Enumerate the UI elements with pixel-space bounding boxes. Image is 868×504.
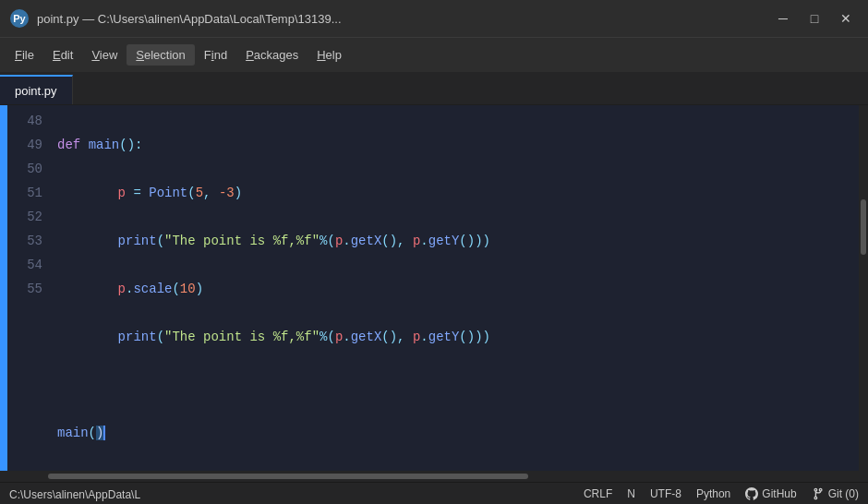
- svg-text:Py: Py: [13, 13, 26, 24]
- scrollbar-thumb-horizontal[interactable]: [48, 474, 528, 479]
- code-line-50: print("The point is %f,%f"%(p.getX(), p.…: [57, 229, 859, 253]
- line-number: 55: [7, 277, 42, 301]
- editor-area[interactable]: 48 49 50 51 52 53 54 55 def main(): p = …: [0, 105, 868, 471]
- menu-file[interactable]: File: [6, 44, 43, 66]
- code-line-49: p = Point(5, -3): [57, 181, 859, 205]
- line-number: 49: [7, 133, 42, 157]
- menu-help[interactable]: Help: [307, 44, 351, 66]
- code-line-52: print("The point is %f,%f"%(p.getX(), p.…: [57, 325, 859, 349]
- line-number: 50: [7, 157, 42, 181]
- app-icon: Py: [9, 8, 30, 29]
- menu-selection[interactable]: Selection: [127, 44, 194, 66]
- menu-edit[interactable]: Edit: [43, 44, 82, 66]
- github-icon: [745, 487, 758, 500]
- code-line-55: [57, 469, 859, 471]
- code-line-53: [57, 373, 859, 397]
- line-number: 54: [7, 253, 42, 277]
- maximize-button[interactable]: □: [802, 8, 827, 29]
- status-encoding[interactable]: UTF-8: [650, 487, 681, 500]
- tab-point-py[interactable]: point.py: [0, 75, 73, 104]
- status-language[interactable]: Python: [696, 487, 730, 500]
- status-git[interactable]: Git (0): [812, 487, 859, 500]
- horizontal-scrollbar[interactable]: [0, 471, 868, 482]
- svg-point-2: [814, 488, 817, 491]
- status-bar: C:\Users\alinen\AppData\L CRLF N UTF-8 P…: [0, 482, 868, 504]
- status-line-ending[interactable]: CRLF: [584, 487, 612, 500]
- window-title: point.py — C:\Users\alinen\AppData\Local…: [37, 12, 761, 26]
- svg-point-3: [819, 488, 822, 491]
- scrollbar-thumb-vertical[interactable]: [861, 199, 866, 255]
- line-number: 52: [7, 205, 42, 229]
- git-branch-icon: [812, 487, 825, 500]
- title-bar: Py point.py — C:\Users\alinen\AppData\Lo…: [0, 0, 868, 37]
- code-line-54: main(): [57, 421, 859, 445]
- line-number: 51: [7, 181, 42, 205]
- line-number: 53: [7, 229, 42, 253]
- status-github[interactable]: GitHub: [745, 487, 796, 500]
- menu-bar: File Edit View Selection Find Packages H…: [0, 37, 868, 72]
- code-editor[interactable]: def main(): p = Point(5, -3) print("The …: [54, 105, 859, 471]
- close-button[interactable]: ✕: [833, 8, 859, 29]
- menu-packages[interactable]: Packages: [236, 44, 307, 66]
- code-line-48: def main():: [57, 133, 859, 157]
- status-path[interactable]: C:\Users\alinen\AppData\L: [9, 486, 569, 502]
- minimize-button[interactable]: ─: [770, 8, 796, 29]
- status-filepath[interactable]: C:\Users\alinen\AppData\L: [9, 488, 140, 501]
- github-label: GitHub: [762, 487, 796, 500]
- status-indentation[interactable]: N: [627, 487, 635, 500]
- status-right-items: CRLF N UTF-8 Python GitHub Git (0): [584, 487, 859, 500]
- menu-find[interactable]: Find: [195, 44, 236, 66]
- vertical-scrollbar[interactable]: [859, 105, 868, 471]
- code-line-51: p.scale(10): [57, 277, 859, 301]
- svg-point-4: [814, 497, 817, 499]
- tab-bar: point.py: [0, 72, 868, 105]
- left-gutter: [0, 105, 7, 471]
- git-label: Git (0): [828, 487, 859, 500]
- line-number: 48: [7, 109, 42, 133]
- menu-view[interactable]: View: [82, 44, 127, 66]
- line-numbers: 48 49 50 51 52 53 54 55: [7, 105, 54, 471]
- tab-label: point.py: [15, 84, 57, 98]
- window-controls: ─ □ ✕: [770, 8, 859, 29]
